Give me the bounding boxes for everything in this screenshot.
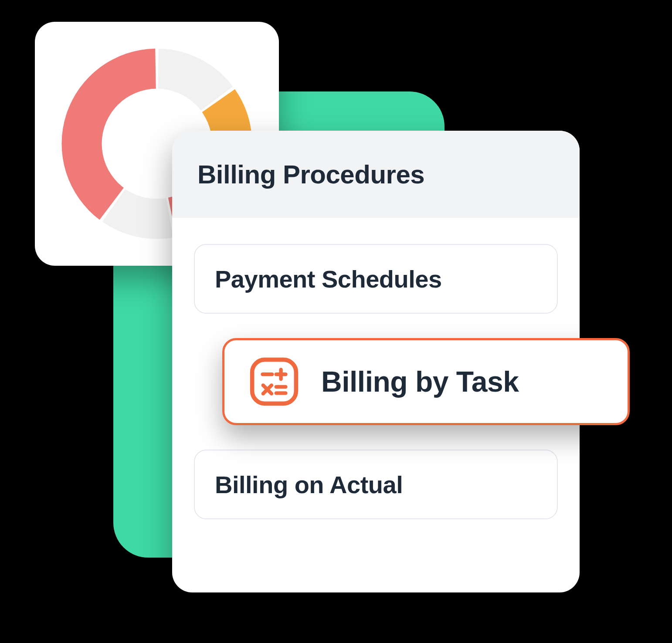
option-label: Billing on Actual	[215, 470, 403, 499]
stage: Billing Procedures Payment Schedules Bil…	[0, 0, 672, 643]
calculator-icon	[248, 355, 300, 408]
options-list: Payment Schedules Billing on Actual Bill	[172, 218, 580, 541]
option-label: Billing by Task	[321, 365, 519, 398]
option-label: Payment Schedules	[215, 265, 442, 293]
option-payment-schedules[interactable]: Payment Schedules	[194, 244, 558, 314]
billing-procedures-card: Billing Procedures Payment Schedules Bil…	[172, 131, 580, 592]
card-title: Billing Procedures	[197, 159, 424, 190]
card-header: Billing Procedures	[172, 131, 580, 218]
svg-rect-1	[252, 360, 296, 404]
option-billing-by-task[interactable]: Billing by Task	[222, 338, 630, 425]
option-billing-on-actual[interactable]: Billing on Actual	[194, 450, 558, 519]
